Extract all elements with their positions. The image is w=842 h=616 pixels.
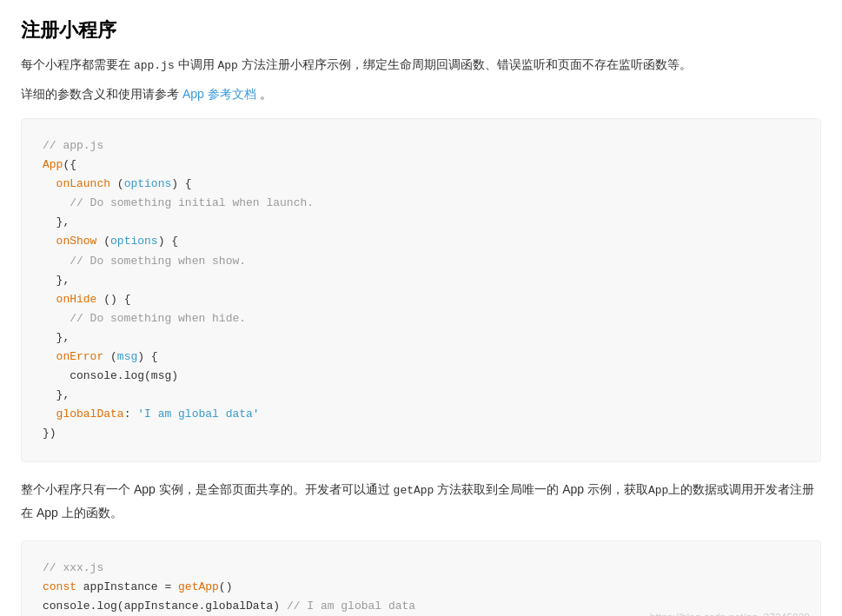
description-2: 详细的参数含义和使用请参考 App 参考文档 。: [21, 87, 821, 103]
desc1-code2: App: [217, 59, 237, 72]
page-title: 注册小程序: [21, 17, 821, 43]
section2-text: 整个小程序只有一个 App 实例，是全部页面共享的。开发者可以通过 getApp…: [21, 478, 821, 525]
app-ref-link[interactable]: App 参考文档: [182, 87, 256, 101]
desc2-text2: 。: [256, 87, 272, 101]
description-1: 每个小程序都需要在 app.js 中调用 App 方法注册小程序示例，绑定生命周…: [21, 57, 821, 73]
desc1-text3: 方法注册小程序示例，绑定生命周期回调函数、错误监听和页面不存在监听函数等。: [238, 57, 692, 71]
desc1-text1: 每个小程序都需要在: [21, 57, 134, 71]
desc2-text1: 详细的参数含义和使用请参考: [21, 87, 182, 101]
desc1-code1: app.js: [134, 59, 175, 72]
code-block-1: // app.jsApp({ onLaunch (options) { // D…: [21, 118, 821, 462]
desc1-text2: 中调用: [175, 57, 218, 71]
code-block-2: // xxx.jsconst appInstance = getApp()con…: [21, 540, 821, 616]
